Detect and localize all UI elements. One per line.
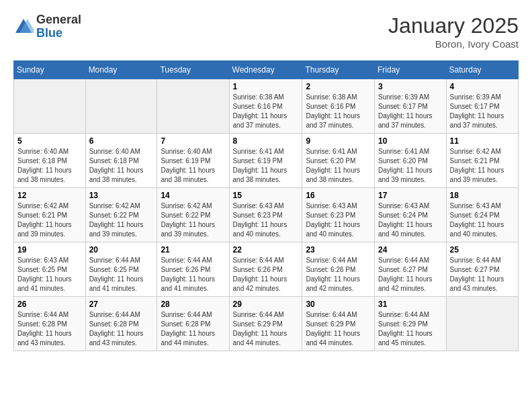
calendar-day-cell: 13Sunrise: 6:42 AM Sunset: 6:22 PM Dayli… bbox=[85, 188, 157, 242]
day-number: 29 bbox=[233, 300, 299, 309]
calendar-day-cell: 28Sunrise: 6:44 AM Sunset: 6:28 PM Dayli… bbox=[157, 297, 229, 351]
day-info: Sunrise: 6:44 AM Sunset: 6:26 PM Dayligh… bbox=[161, 256, 225, 293]
calendar-day-cell: 3Sunrise: 6:39 AM Sunset: 6:17 PM Daylig… bbox=[374, 79, 446, 134]
day-info: Sunrise: 6:44 AM Sunset: 6:29 PM Dayligh… bbox=[378, 310, 443, 348]
day-number: 12 bbox=[17, 191, 82, 200]
day-number: 10 bbox=[378, 136, 443, 146]
day-number: 17 bbox=[378, 191, 443, 200]
day-info: Sunrise: 6:43 AM Sunset: 6:23 PM Dayligh… bbox=[306, 201, 371, 239]
day-number: 6 bbox=[89, 136, 154, 146]
day-info: Sunrise: 6:44 AM Sunset: 6:28 PM Dayligh… bbox=[161, 310, 225, 348]
calendar-header-cell: Sunday bbox=[14, 61, 86, 79]
logo-text: General Blue bbox=[36, 13, 81, 40]
calendar-header-cell: Monday bbox=[85, 61, 157, 79]
calendar-week-row: 19Sunrise: 6:43 AM Sunset: 6:25 PM Dayli… bbox=[14, 242, 519, 297]
day-number: 5 bbox=[17, 136, 82, 146]
day-info: Sunrise: 6:42 AM Sunset: 6:21 PM Dayligh… bbox=[450, 147, 515, 185]
day-number: 11 bbox=[450, 136, 515, 146]
calendar-day-cell: 20Sunrise: 6:44 AM Sunset: 6:25 PM Dayli… bbox=[85, 242, 157, 297]
logo-icon bbox=[13, 17, 34, 37]
calendar-day-cell: 30Sunrise: 6:44 AM Sunset: 6:29 PM Dayli… bbox=[302, 297, 375, 351]
day-info: Sunrise: 6:42 AM Sunset: 6:21 PM Dayligh… bbox=[17, 201, 82, 239]
day-number: 8 bbox=[233, 136, 299, 146]
day-number: 28 bbox=[161, 300, 225, 309]
calendar-day-cell bbox=[157, 79, 229, 134]
calendar-header-cell: Tuesday bbox=[157, 61, 229, 79]
day-info: Sunrise: 6:44 AM Sunset: 6:25 PM Dayligh… bbox=[89, 256, 154, 293]
calendar-header-cell: Thursday bbox=[302, 61, 375, 79]
calendar-day-cell: 16Sunrise: 6:43 AM Sunset: 6:23 PM Dayli… bbox=[302, 188, 375, 242]
day-info: Sunrise: 6:44 AM Sunset: 6:26 PM Dayligh… bbox=[233, 256, 299, 293]
day-info: Sunrise: 6:39 AM Sunset: 6:17 PM Dayligh… bbox=[378, 93, 443, 130]
calendar-day-cell bbox=[446, 297, 518, 351]
title-area: January 2025 Boron, Ivory Coast bbox=[388, 13, 519, 50]
calendar-day-cell: 27Sunrise: 6:44 AM Sunset: 6:28 PM Dayli… bbox=[85, 297, 157, 351]
calendar-day-cell: 21Sunrise: 6:44 AM Sunset: 6:26 PM Dayli… bbox=[157, 242, 229, 297]
calendar-day-cell: 25Sunrise: 6:44 AM Sunset: 6:27 PM Dayli… bbox=[446, 242, 518, 297]
calendar-day-cell: 29Sunrise: 6:44 AM Sunset: 6:29 PM Dayli… bbox=[229, 297, 302, 351]
day-number: 24 bbox=[378, 245, 443, 255]
calendar-day-cell: 17Sunrise: 6:43 AM Sunset: 6:24 PM Dayli… bbox=[374, 188, 446, 242]
day-info: Sunrise: 6:44 AM Sunset: 6:27 PM Dayligh… bbox=[378, 256, 443, 293]
calendar-header-row: SundayMondayTuesdayWednesdayThursdayFrid… bbox=[14, 61, 519, 79]
location: Boron, Ivory Coast bbox=[388, 38, 519, 50]
day-number: 20 bbox=[89, 245, 154, 255]
calendar-day-cell: 24Sunrise: 6:44 AM Sunset: 6:27 PM Dayli… bbox=[374, 242, 446, 297]
day-number: 27 bbox=[89, 300, 154, 309]
day-info: Sunrise: 6:41 AM Sunset: 6:19 PM Dayligh… bbox=[233, 147, 299, 185]
day-number: 15 bbox=[233, 191, 299, 200]
day-info: Sunrise: 6:43 AM Sunset: 6:25 PM Dayligh… bbox=[17, 256, 82, 293]
calendar-day-cell: 9Sunrise: 6:41 AM Sunset: 6:20 PM Daylig… bbox=[302, 134, 375, 188]
day-info: Sunrise: 6:42 AM Sunset: 6:22 PM Dayligh… bbox=[161, 201, 225, 239]
day-info: Sunrise: 6:44 AM Sunset: 6:29 PM Dayligh… bbox=[306, 310, 371, 348]
calendar-day-cell: 23Sunrise: 6:44 AM Sunset: 6:26 PM Dayli… bbox=[302, 242, 375, 297]
calendar-day-cell: 14Sunrise: 6:42 AM Sunset: 6:22 PM Dayli… bbox=[157, 188, 229, 242]
day-number: 23 bbox=[306, 245, 371, 255]
calendar-day-cell: 18Sunrise: 6:43 AM Sunset: 6:24 PM Dayli… bbox=[446, 188, 518, 242]
day-number: 14 bbox=[161, 191, 225, 200]
calendar-day-cell: 11Sunrise: 6:42 AM Sunset: 6:21 PM Dayli… bbox=[446, 134, 518, 188]
day-number: 26 bbox=[17, 300, 82, 309]
calendar-body: 1Sunrise: 6:38 AM Sunset: 6:16 PM Daylig… bbox=[14, 79, 519, 351]
day-number: 16 bbox=[306, 191, 371, 200]
calendar-day-cell: 2Sunrise: 6:38 AM Sunset: 6:16 PM Daylig… bbox=[302, 79, 375, 134]
day-info: Sunrise: 6:44 AM Sunset: 6:28 PM Dayligh… bbox=[17, 310, 82, 348]
day-number: 3 bbox=[378, 82, 443, 91]
day-info: Sunrise: 6:43 AM Sunset: 6:23 PM Dayligh… bbox=[233, 201, 299, 239]
day-info: Sunrise: 6:41 AM Sunset: 6:20 PM Dayligh… bbox=[306, 147, 371, 185]
day-info: Sunrise: 6:41 AM Sunset: 6:20 PM Dayligh… bbox=[378, 147, 443, 185]
day-number: 30 bbox=[306, 300, 371, 309]
calendar-header-cell: Saturday bbox=[446, 61, 518, 79]
day-number: 2 bbox=[306, 82, 371, 91]
day-info: Sunrise: 6:44 AM Sunset: 6:28 PM Dayligh… bbox=[89, 310, 154, 348]
calendar-day-cell: 31Sunrise: 6:44 AM Sunset: 6:29 PM Dayli… bbox=[374, 297, 446, 351]
calendar-day-cell: 22Sunrise: 6:44 AM Sunset: 6:26 PM Dayli… bbox=[229, 242, 302, 297]
day-number: 21 bbox=[161, 245, 225, 255]
day-info: Sunrise: 6:44 AM Sunset: 6:26 PM Dayligh… bbox=[306, 256, 371, 293]
calendar-day-cell: 12Sunrise: 6:42 AM Sunset: 6:21 PM Dayli… bbox=[14, 188, 86, 242]
logo-blue: Blue bbox=[36, 27, 81, 40]
day-info: Sunrise: 6:43 AM Sunset: 6:24 PM Dayligh… bbox=[450, 201, 515, 239]
calendar-day-cell bbox=[14, 79, 86, 134]
calendar-day-cell: 26Sunrise: 6:44 AM Sunset: 6:28 PM Dayli… bbox=[14, 297, 86, 351]
calendar-day-cell bbox=[85, 79, 157, 134]
calendar-header-cell: Friday bbox=[374, 61, 446, 79]
calendar-day-cell: 8Sunrise: 6:41 AM Sunset: 6:19 PM Daylig… bbox=[229, 134, 302, 188]
day-number: 25 bbox=[450, 245, 515, 255]
calendar-day-cell: 7Sunrise: 6:40 AM Sunset: 6:19 PM Daylig… bbox=[157, 134, 229, 188]
calendar-day-cell: 1Sunrise: 6:38 AM Sunset: 6:16 PM Daylig… bbox=[229, 79, 302, 134]
day-number: 4 bbox=[450, 82, 515, 91]
calendar-day-cell: 19Sunrise: 6:43 AM Sunset: 6:25 PM Dayli… bbox=[14, 242, 86, 297]
day-number: 19 bbox=[17, 245, 82, 255]
day-info: Sunrise: 6:39 AM Sunset: 6:17 PM Dayligh… bbox=[450, 93, 515, 130]
day-number: 22 bbox=[233, 245, 299, 255]
day-info: Sunrise: 6:40 AM Sunset: 6:18 PM Dayligh… bbox=[89, 147, 154, 185]
day-number: 1 bbox=[233, 82, 299, 91]
logo: General Blue bbox=[13, 13, 81, 40]
day-number: 9 bbox=[306, 136, 371, 146]
day-info: Sunrise: 6:44 AM Sunset: 6:27 PM Dayligh… bbox=[450, 256, 515, 293]
calendar-day-cell: 6Sunrise: 6:40 AM Sunset: 6:18 PM Daylig… bbox=[85, 134, 157, 188]
day-info: Sunrise: 6:38 AM Sunset: 6:16 PM Dayligh… bbox=[306, 93, 371, 130]
calendar-header-cell: Wednesday bbox=[229, 61, 302, 79]
calendar-week-row: 1Sunrise: 6:38 AM Sunset: 6:16 PM Daylig… bbox=[14, 79, 519, 134]
